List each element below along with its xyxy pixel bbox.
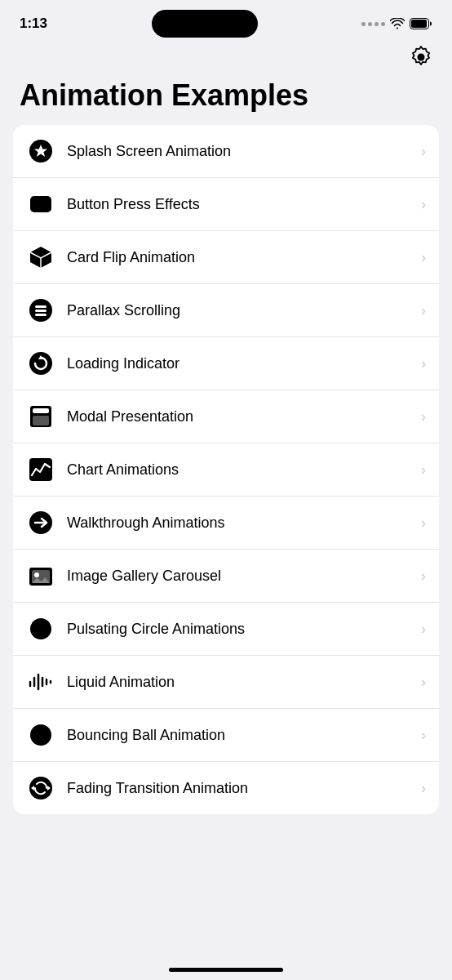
list-item[interactable]: Fading Transition Animation › bbox=[13, 762, 439, 814]
list-item[interactable]: Modal Presentation › bbox=[13, 390, 439, 443]
list-item[interactable]: Pulsating Circle Animations › bbox=[13, 603, 439, 656]
list-item[interactable]: Liquid Animation › bbox=[13, 656, 439, 709]
ball-icon bbox=[26, 720, 55, 750]
chevron-right-icon: › bbox=[421, 249, 426, 266]
list-item-label: Card Flip Animation bbox=[67, 249, 414, 266]
gear-icon[interactable] bbox=[410, 46, 432, 69]
chevron-right-icon: › bbox=[421, 408, 426, 425]
list-icon bbox=[26, 296, 55, 325]
svg-point-22 bbox=[30, 618, 51, 639]
chevron-right-icon: › bbox=[421, 355, 426, 372]
arrow-circle-icon bbox=[26, 508, 55, 537]
list-item-label: Walkthrough Animations bbox=[67, 514, 414, 532]
star-circle-icon bbox=[26, 136, 55, 166]
list-item[interactable]: Image Gallery Carousel › bbox=[13, 550, 439, 603]
settings-container bbox=[0, 42, 452, 72]
cube-icon bbox=[26, 243, 55, 272]
svg-point-29 bbox=[30, 724, 51, 746]
list-item[interactable]: Bouncing Ball Animation › bbox=[13, 709, 439, 762]
svg-rect-14 bbox=[33, 408, 49, 413]
list-item[interactable]: Splash Screen Animation › bbox=[13, 125, 439, 178]
rounded-rect-icon bbox=[26, 189, 55, 219]
circle-icon bbox=[26, 614, 55, 644]
svg-rect-1 bbox=[411, 20, 427, 28]
page-title: Animation Examples bbox=[0, 72, 452, 125]
list-item-label: Parallax Scrolling bbox=[67, 302, 414, 319]
chevron-right-icon: › bbox=[421, 461, 426, 479]
chevron-right-icon: › bbox=[421, 621, 426, 638]
wifi-icon bbox=[390, 18, 405, 29]
chevron-right-icon: › bbox=[421, 143, 426, 160]
svg-rect-4 bbox=[30, 196, 51, 212]
list-item-label: Chart Animations bbox=[67, 461, 414, 479]
signal-icon bbox=[361, 22, 385, 26]
chevron-right-icon: › bbox=[421, 568, 426, 585]
list-item[interactable]: Chart Animations › bbox=[13, 443, 439, 497]
list-item-label: Button Press Effects bbox=[67, 196, 414, 213]
list-item[interactable]: Button Press Effects › bbox=[13, 178, 439, 231]
waveform-icon bbox=[26, 667, 55, 697]
dynamic-island bbox=[152, 10, 258, 38]
battery-icon bbox=[410, 18, 432, 29]
svg-rect-10 bbox=[35, 314, 47, 316]
list-item[interactable]: Walkthrough Animations › bbox=[13, 497, 439, 550]
list-item-label: Fading Transition Animation bbox=[67, 780, 414, 797]
chevron-right-icon: › bbox=[421, 514, 426, 532]
chevron-right-icon: › bbox=[421, 196, 426, 213]
chevron-right-icon: › bbox=[421, 302, 426, 319]
list-item-label: Pulsating Circle Animations bbox=[67, 621, 414, 638]
svg-rect-8 bbox=[35, 305, 47, 308]
status-time: 1:13 bbox=[20, 16, 47, 32]
svg-rect-9 bbox=[35, 310, 47, 312]
status-icons bbox=[361, 18, 432, 29]
svg-rect-15 bbox=[33, 416, 49, 425]
sync-circle-icon bbox=[26, 773, 55, 803]
list-item-label: Image Gallery Carousel bbox=[67, 568, 414, 585]
svg-point-21 bbox=[34, 572, 39, 577]
list-item-label: Bouncing Ball Animation bbox=[67, 727, 414, 744]
list-item-label: Loading Indicator bbox=[67, 355, 414, 372]
list-item[interactable]: Card Flip Animation › bbox=[13, 231, 439, 284]
gallery-icon bbox=[26, 561, 55, 590]
list-item-label: Liquid Animation bbox=[67, 674, 414, 691]
home-indicator bbox=[169, 968, 283, 972]
chevron-right-icon: › bbox=[421, 727, 426, 744]
refresh-circle-icon bbox=[26, 349, 55, 378]
list-item[interactable]: Loading Indicator › bbox=[13, 337, 439, 390]
status-bar: 1:13 bbox=[0, 0, 452, 42]
modal-icon bbox=[26, 402, 55, 431]
chevron-right-icon: › bbox=[421, 674, 426, 691]
list-item[interactable]: Parallax Scrolling › bbox=[13, 284, 439, 337]
chart-icon bbox=[26, 455, 55, 484]
animation-list: Splash Screen Animation › Button Press E… bbox=[13, 125, 439, 814]
list-item-label: Modal Presentation bbox=[67, 408, 414, 425]
list-item-label: Splash Screen Animation bbox=[67, 143, 414, 160]
chevron-right-icon: › bbox=[421, 780, 426, 797]
